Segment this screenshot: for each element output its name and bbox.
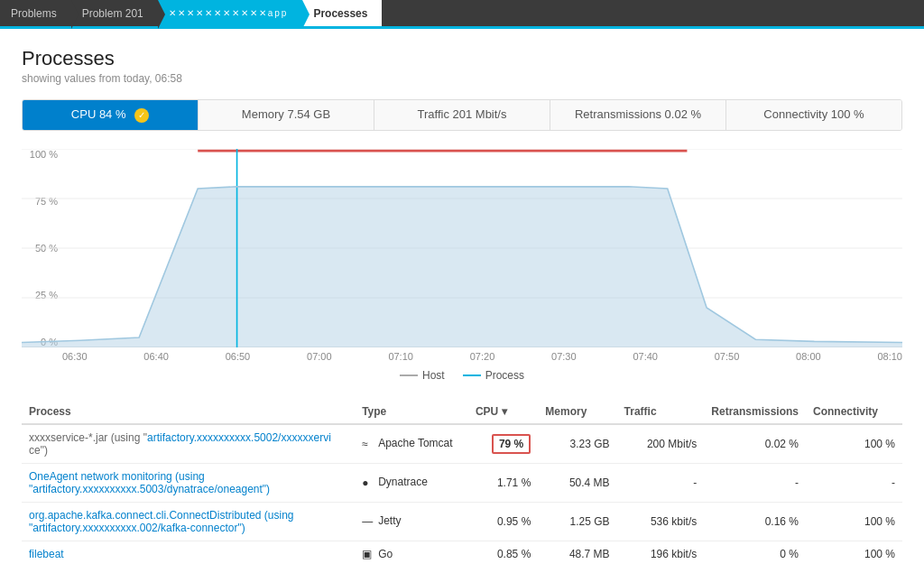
cell-type: ●Dynatrace [355,463,468,502]
cell-retransmissions: 0.16 % [704,502,806,541]
legend-process: Process [463,369,524,382]
breadcrumb-processes[interactable]: Processes [302,0,382,26]
cell-type: —Jetty [355,502,468,541]
cell-process: filebeat [22,541,355,564]
process-link[interactable]: filebeat [29,548,64,560]
cell-retransmissions: - [704,463,806,502]
breadcrumb-problems[interactable]: Problems [0,0,71,26]
x-label-0730: 07:30 [551,351,577,362]
chart-svg [22,149,902,347]
cpu-value-highlighted: 79 % [492,434,531,454]
x-label-0640: 06:40 [143,351,169,362]
metric-tabs: CPU 84 % ✓ Memory 7.54 GB Traffic 201 Mb… [22,99,902,131]
x-label-0630: 06:30 [62,351,88,362]
cell-cpu: 0.85 % [468,541,538,564]
table-row: xxxxservice-*.jar (using "artifactory.xx… [22,424,902,464]
process-link[interactable]: OneAgent network monitoring (using "arti… [29,470,270,495]
cell-process: xxxxservice-*.jar (using "artifactory.xx… [22,424,355,464]
cell-connectivity: 100 % [806,424,902,464]
table-row: org.apache.kafka.connect.cli.ConnectDist… [22,502,902,541]
table-row: filebeat▣Go0.85 %48.7 MB196 kbit/s0 %100… [22,541,902,564]
col-header-process: Process [22,400,355,424]
table-row: OneAgent network monitoring (using "arti… [22,463,902,502]
cell-connectivity: 100 % [806,502,902,541]
x-label-0710: 07:10 [388,351,413,362]
tab-cpu[interactable]: CPU 84 % ✓ [23,100,199,130]
cell-process: OneAgent network monitoring (using "arti… [22,463,355,502]
breadcrumb-problem201[interactable]: Problem 201 [71,0,158,26]
svg-marker-5 [22,186,902,347]
breadcrumb: Problems Problem 201 ✕✕✕✕✕✕✕✕✕✕✕app Proc… [0,0,924,29]
tab-connectivity[interactable]: Connectivity 100 % [726,100,901,130]
process-link[interactable]: org.apache.kafka.connect.cli.ConnectDist… [29,509,294,534]
x-axis-labels: 06:30 06:40 06:50 07:00 07:10 07:20 07:3… [22,351,902,362]
type-icon: ● [362,476,374,489]
type-icon: ▣ [362,548,374,560]
breadcrumb-app[interactable]: ✕✕✕✕✕✕✕✕✕✕✕app [158,0,303,26]
page-title: Processes [22,47,902,70]
legend-process-line [463,374,481,376]
x-label-0650: 06:50 [226,351,251,362]
col-header-type: Type [355,400,468,424]
cell-cpu: 0.95 % [468,502,538,541]
col-header-memory: Memory [538,400,616,424]
legend-host: Host [400,369,445,382]
col-header-connectivity: Connectivity [806,400,902,424]
cell-traffic: - [617,463,705,502]
tab-retransmissions[interactable]: Retransmissions 0.02 % [550,100,726,130]
x-label-0810: 08:10 [877,351,902,362]
col-header-traffic: Traffic [617,400,705,424]
cell-connectivity: 100 % [806,541,902,564]
cell-retransmissions: 0.02 % [704,424,806,464]
process-table: Process Type CPU ▾ Memory Traffic Retran… [22,400,902,564]
cell-retransmissions: 0 % [704,541,806,564]
cell-process: org.apache.kafka.connect.cli.ConnectDist… [22,502,355,541]
tab-traffic[interactable]: Traffic 201 Mbit/s [374,100,550,130]
cpu-badge-icon: ✓ [134,108,149,123]
legend-host-line [400,374,418,376]
cell-memory: 50.4 MB [538,463,616,502]
x-label-0800: 08:00 [796,351,821,362]
chart-container: 100 % 75 % 50 % 25 % 0 % [22,149,902,382]
col-header-retransmissions: Retransmissions [704,400,806,424]
chart-legend: Host Process [22,369,902,382]
type-icon: — [362,515,374,528]
tab-memory[interactable]: Memory 7.54 GB [199,100,374,130]
cell-memory: 48.7 MB [538,541,616,564]
x-label-0740: 07:40 [633,351,658,362]
main-content: Processes showing values from today, 06:… [0,29,924,564]
cell-type: ≈Apache Tomcat [355,424,468,464]
page-subtitle: showing values from today, 06:58 [22,72,902,85]
cell-traffic: 200 Mbit/s [617,424,705,464]
type-icon: ≈ [362,438,374,450]
cell-type: ▣Go [355,541,468,564]
cell-connectivity: - [806,463,902,502]
cell-traffic: 196 kbit/s [617,541,705,564]
x-label-0750: 07:50 [715,351,740,362]
cell-memory: 1.25 GB [538,502,616,541]
col-header-cpu[interactable]: CPU ▾ [468,400,538,424]
x-label-0720: 07:20 [470,351,495,362]
x-label-0700: 07:00 [307,351,332,362]
legend-process-label: Process [485,369,524,382]
cell-memory: 3.23 GB [538,424,616,464]
legend-host-label: Host [422,369,445,382]
cell-traffic: 536 kbit/s [617,502,705,541]
table-header-row: Process Type CPU ▾ Memory Traffic Retran… [22,400,902,424]
cell-cpu: 79 % [468,424,538,464]
cell-cpu: 1.71 % [468,463,538,502]
